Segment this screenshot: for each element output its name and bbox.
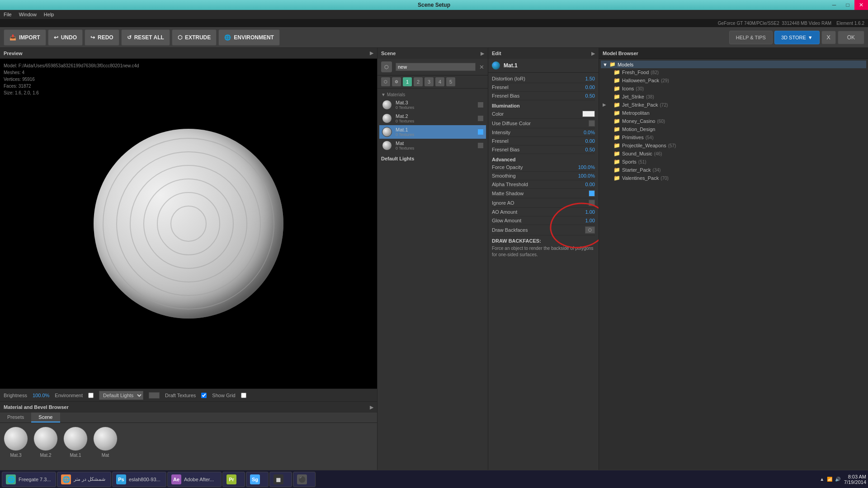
preview-expand-icon[interactable]: ▶ — [370, 50, 373, 56]
scene-tab-5[interactable]: 5 — [446, 77, 455, 86]
list-item[interactable]: 📁 Jet_Strike (38) — [601, 93, 866, 101]
mat-swatch — [382, 100, 392, 110]
close-button[interactable]: ✕ — [854, 0, 868, 10]
scene-tab-2[interactable]: 2 — [414, 77, 423, 86]
extrude-icon: ⬡ — [178, 34, 182, 41]
menu-window[interactable]: Window — [19, 12, 37, 17]
prop-row: Fresnel Bias 0.50 — [492, 145, 595, 154]
list-item[interactable]: Mat.1 0 Textures — [379, 125, 486, 139]
list-item[interactable]: Mat 0 Textures — [379, 139, 486, 152]
tray-arrow-icon[interactable]: ▲ — [820, 477, 824, 482]
list-item[interactable]: Mat — [93, 427, 118, 458]
list-item[interactable]: 📁 Primitives (54) — [601, 133, 866, 141]
list-item[interactable]: 📁 Icons (30) — [601, 84, 866, 93]
matte-shadow-checkbox[interactable] — [589, 190, 595, 197]
extrude-button[interactable]: ⬡ EXTRUDE — [172, 29, 217, 46]
list-item[interactable]: Mat.3 — [4, 427, 28, 458]
store-button[interactable]: 3D STORE ▼ — [774, 31, 820, 44]
folder-icon: 📁 — [613, 118, 620, 124]
mat-item-name: Mat.1 — [70, 453, 81, 458]
title-bar-text: Scene Setup — [418, 2, 450, 8]
list-item[interactable]: 📁 Motion_Design — [601, 125, 866, 133]
undo-button[interactable]: ↩ UNDO — [48, 29, 83, 46]
taskbar-item-sg[interactable]: Sg — [246, 472, 269, 487]
scene-expand-icon[interactable]: ▶ — [481, 51, 484, 56]
list-item[interactable]: Mat.3 0 Textures — [379, 98, 486, 112]
clock: 8:03 AM 7/19/2014 — [844, 474, 866, 485]
color-swatch[interactable] — [582, 111, 595, 117]
list-item[interactable]: 📁 Fresh_Food (82) — [601, 68, 866, 76]
ignore-ao-checkbox[interactable] — [589, 200, 595, 206]
environment-button[interactable]: 🌐 ENVIRONMENT — [218, 29, 280, 46]
scene-tab-4[interactable]: 4 — [435, 77, 444, 86]
redo-button[interactable]: ↪ REDO — [85, 29, 119, 46]
scene-tab-1[interactable]: 1 — [403, 77, 412, 86]
taskbar-right: ▲ 📶 🔊 8:03 AM 7/19/2014 — [820, 474, 866, 485]
scene-close-icon[interactable]: ✕ — [479, 64, 484, 70]
model-tree: ▼ 📁 Models 📁 Fresh_Food (82) 📁 Halloween… — [599, 59, 868, 184]
x-button[interactable]: X — [821, 31, 836, 44]
brightness-value[interactable]: 100.0% — [33, 393, 49, 398]
lights-dropdown[interactable]: Default Lights — [99, 391, 143, 400]
mat-browser-expand-icon[interactable]: ▶ — [370, 404, 373, 410]
edit-expand-icon[interactable]: ▶ — [591, 51, 595, 56]
draft-textures-checkbox[interactable] — [201, 393, 207, 398]
models-root[interactable]: ▼ 📁 Models — [601, 61, 866, 68]
draw-backfaces-icon[interactable]: ⬡ — [585, 226, 595, 234]
menu-help[interactable]: Help — [44, 12, 54, 17]
menu-file[interactable]: File — [4, 12, 12, 17]
help-tips-button[interactable]: HELP & TIPS — [729, 31, 773, 44]
list-item[interactable]: 📁 Halloween_Pack (29) — [601, 76, 866, 84]
taskbar-item-pr[interactable]: Pr — [222, 472, 245, 487]
minimize-button[interactable]: ─ — [827, 0, 841, 10]
scene-view-icon[interactable]: ⬡ — [381, 77, 390, 86]
list-item[interactable]: Mat.1 — [63, 427, 88, 458]
maximize-button[interactable]: □ — [841, 0, 854, 10]
list-item[interactable]: 📁 Valentines_Pack (70) — [601, 174, 866, 182]
mat-icon — [478, 143, 483, 148]
toolbar-right: HELP & TIPS 3D STORE ▼ X OK — [729, 31, 864, 44]
tab-presets[interactable]: Presets — [0, 413, 31, 422]
toolbar: 📥 IMPORT ↩ UNDO ↪ REDO ↺ RESET ALL ⬡ EXT… — [0, 27, 868, 48]
expand-icon — [603, 175, 608, 181]
taskbar-start[interactable]: 🌐 Freegate 7.3... — [2, 472, 56, 487]
environment-label: Environment — [55, 393, 83, 398]
lights-label: Default Lights — [381, 156, 414, 161]
draw-backfaces-desc: Force an object to render the backside o… — [492, 245, 595, 258]
mat-item-name: Mat — [102, 453, 109, 458]
list-item[interactable]: 📁 Money_Casino (60) — [601, 117, 866, 125]
model-browser: Model Browser ▼ 📁 Models 📁 Fresh_Food (8… — [599, 48, 868, 474]
list-item[interactable]: 📁 Metropolitan — [601, 109, 866, 117]
taskbar-item-1[interactable]: 🌐 شمشکل در متر — [57, 472, 111, 487]
info-bar: GeForce GT 740M/PCle/SSE2 3312448 MB Vid… — [0, 19, 868, 27]
list-item[interactable]: Mat.2 — [33, 427, 58, 458]
taskbar-item-dark[interactable]: ◼ — [269, 472, 292, 487]
list-item[interactable]: Mat.2 0 Textures — [379, 112, 486, 125]
expand-icon — [603, 167, 608, 173]
list-item[interactable]: 📁 Sports (51) — [601, 158, 866, 166]
environment-checkbox[interactable] — [88, 393, 94, 398]
list-item[interactable]: 📁 Starter_Pack (34) — [601, 166, 866, 174]
list-item[interactable]: 📁 Sound_Music (46) — [601, 150, 866, 158]
mat-browser-header: Material and Bevel Browser ▶ — [0, 402, 377, 413]
expand-icon — [603, 78, 608, 83]
scene-settings-icon[interactable]: ⚙ — [392, 77, 401, 86]
mat-item-name: Mat.2 — [40, 453, 51, 458]
use-diffuse-checkbox[interactable] — [589, 120, 595, 127]
import-button[interactable]: 📥 IMPORT — [4, 29, 46, 46]
edit-mat-swatch — [492, 61, 500, 70]
taskbar-item-2[interactable]: Ps eslah800-93... — [112, 472, 166, 487]
scene-name-input[interactable] — [396, 63, 476, 71]
taskbar-item-ae[interactable]: Ae Adobe After... — [167, 472, 222, 487]
ae-label: Adobe After... — [184, 477, 214, 482]
taskbar-item-3d[interactable]: ⚫ — [293, 472, 316, 487]
scene-title: Scene — [381, 51, 396, 56]
list-item[interactable]: 📁 Projectile_Weapons (57) — [601, 141, 866, 150]
ok-button[interactable]: OK — [838, 31, 864, 44]
scene-tab-3[interactable]: 3 — [425, 77, 434, 86]
list-item[interactable]: ▶ 📁 Jet_Strike_Pack (72) — [601, 101, 866, 109]
reset-all-button[interactable]: ↺ RESET ALL — [121, 29, 170, 46]
show-grid-checkbox[interactable] — [241, 393, 246, 398]
tab-scene[interactable]: Scene — [31, 413, 60, 422]
expand-icon — [603, 135, 608, 140]
